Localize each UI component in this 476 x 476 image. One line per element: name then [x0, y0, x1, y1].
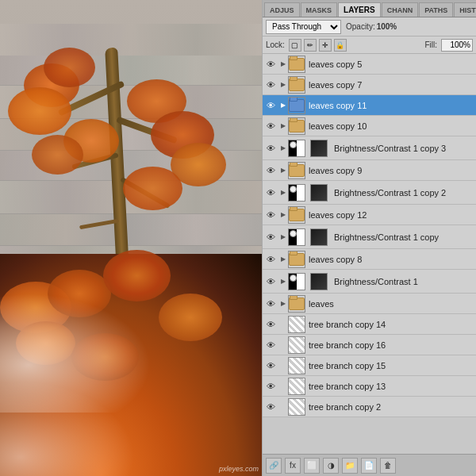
fog-2 — [0, 381, 135, 476]
tab-paths[interactable]: PATHS — [419, 2, 453, 17]
eye-icon[interactable]: 👁 — [264, 186, 277, 199]
layer-row[interactable]: 👁 ▶ Brightness/Contrast 1 — [263, 270, 476, 294]
layer-mask-thumbnail — [310, 273, 328, 290]
leaf-cluster-9 — [123, 167, 182, 210]
adjustment-layer-btn[interactable]: ◑ — [323, 458, 339, 474]
layer-row[interactable]: 👁 ▶ leaves copy 5 — [263, 54, 476, 75]
expand-arrow[interactable]: ▶ — [278, 209, 288, 221]
link-layers-btn[interactable]: 🔗 — [266, 458, 282, 474]
layer-mask-thumbnail — [310, 228, 328, 246]
layer-thumbnail-bc — [288, 228, 305, 246]
eye-icon[interactable]: 👁 — [264, 142, 277, 155]
expand-arrow[interactable]: ▶ — [278, 298, 288, 310]
expand-arrow[interactable]: ▶ — [278, 58, 288, 71]
expand-arrow-spacer: ▶ — [278, 380, 288, 393]
lock-row: Lock: ▢ ✏ ✛ 🔒 Fill: — [263, 36, 476, 54]
layers-panel: ADJUS MASKS LAYERS CHANN PATHS HISTOR Pa… — [262, 0, 476, 476]
layer-name: leaves — [309, 299, 474, 309]
eye-icon[interactable]: 👁 — [264, 99, 277, 112]
eye-icon[interactable]: 👁 — [264, 339, 277, 351]
watermark: pxleyes.com — [219, 465, 259, 473]
layer-thumbnail — [288, 76, 305, 94]
expand-arrow-spacer: ▶ — [278, 359, 288, 372]
eye-icon[interactable]: 👁 — [264, 275, 277, 288]
layer-name: leaves copy 9 — [309, 166, 474, 175]
tab-adjus[interactable]: ADJUS — [264, 2, 300, 17]
canvas-area: pxleyes.com — [0, 0, 262, 476]
tab-layers[interactable]: LAYERS — [338, 2, 381, 17]
eye-icon[interactable]: 👁 — [264, 318, 277, 331]
layer-row[interactable]: 👁 ▶ tree branch copy 16 — [263, 335, 476, 355]
layer-thumbnail — [288, 206, 305, 224]
eye-icon[interactable]: 👁 — [264, 209, 277, 221]
expand-arrow[interactable]: ▶ — [278, 231, 288, 244]
delete-layer-btn[interactable]: 🗑 — [380, 458, 396, 474]
expand-arrow[interactable]: ▶ — [278, 164, 288, 177]
expand-arrow[interactable]: ▶ — [278, 120, 288, 132]
expand-arrow[interactable]: ▶ — [278, 142, 288, 155]
layer-name: tree branch copy 13 — [309, 382, 474, 391]
layer-row[interactable]: 👁 ▶ tree branch copy 14 — [263, 314, 476, 335]
eye-icon[interactable]: 👁 — [264, 231, 277, 244]
expand-arrow[interactable]: ▶ — [278, 186, 288, 199]
layer-row[interactable]: 👁 ▶ leaves copy 9 — [263, 160, 476, 181]
lock-pixels-btn[interactable]: ✏ — [304, 39, 317, 52]
layer-row[interactable]: 👁 ▶ tree branch copy 2 — [263, 397, 476, 417]
layer-row[interactable]: 👁 ▶ Brightness/Contrast 1 copy — [263, 225, 476, 249]
eye-icon[interactable]: 👁 — [264, 298, 277, 310]
opacity-label: Opacity: — [346, 22, 375, 31]
layer-thumbnail — [288, 117, 305, 135]
layer-name: leaves copy 12 — [309, 210, 474, 220]
eye-icon[interactable]: 👁 — [264, 120, 277, 132]
eye-icon[interactable]: 👁 — [264, 58, 277, 71]
leaf-cluster-7 — [32, 135, 83, 175]
layer-row[interactable]: 👁 ▶ Brightness/Contrast 1 copy 2 — [263, 181, 476, 205]
layer-thumbnail — [288, 398, 305, 416]
expand-arrow[interactable]: ▶ — [278, 253, 288, 266]
eye-icon[interactable]: 👁 — [264, 79, 277, 91]
new-layer-btn[interactable]: 📄 — [361, 458, 377, 474]
layer-row-selected[interactable]: 👁 ▶ leaves copy 11 — [263, 95, 476, 116]
eye-icon[interactable]: 👁 — [264, 380, 277, 393]
layer-row[interactable]: 👁 ▶ leaves copy 12 — [263, 205, 476, 225]
layer-row[interactable]: 👁 ▶ leaves copy 8 — [263, 249, 476, 270]
fx-btn[interactable]: fx — [285, 458, 301, 474]
expand-arrow-spacer: ▶ — [278, 339, 288, 351]
add-mask-btn[interactable]: ⬜ — [304, 458, 320, 474]
blend-mode-select[interactable]: Pass Through Normal Multiply Screen Over… — [266, 20, 341, 34]
main-container: pxleyes.com ADJUS MASKS LAYERS CHANN PAT… — [0, 0, 476, 476]
layer-thumbnail-bc — [288, 184, 305, 202]
leaf-cluster-3 — [8, 87, 71, 135]
layer-row[interactable]: 👁 ▶ Brightness/Contrast 1 copy 3 — [263, 136, 476, 160]
layer-row[interactable]: 👁 ▶ leaves copy 7 — [263, 75, 476, 95]
layer-name: tree branch copy 16 — [309, 340, 474, 350]
layer-row[interactable]: 👁 ▶ leaves copy 10 — [263, 116, 476, 136]
tab-masks[interactable]: MASKS — [301, 2, 338, 17]
eye-icon[interactable]: 👁 — [264, 401, 277, 413]
expand-arrow[interactable]: ▶ — [278, 99, 288, 112]
layer-thumbnail-bc — [288, 273, 305, 290]
layer-row[interactable]: 👁 ▶ tree branch copy 13 — [263, 376, 476, 397]
layer-name: leaves copy 11 — [309, 101, 474, 110]
fill-value-input[interactable] — [441, 39, 473, 52]
eye-icon[interactable]: 👁 — [264, 253, 277, 266]
lock-position-btn[interactable]: ✛ — [319, 39, 332, 52]
layer-name: Brightness/Contrast 1 copy 3 — [334, 144, 474, 153]
lock-all-btn[interactable]: 🔒 — [334, 39, 347, 52]
eye-icon[interactable]: 👁 — [264, 359, 277, 372]
tab-channels[interactable]: CHANN — [382, 2, 419, 17]
lock-label: Lock: — [266, 40, 285, 49]
lock-transparency-btn[interactable]: ▢ — [289, 39, 301, 52]
expand-arrow[interactable]: ▶ — [278, 79, 288, 91]
expand-arrow[interactable]: ▶ — [278, 275, 288, 288]
layer-name: tree branch copy 14 — [309, 320, 474, 329]
eye-icon[interactable]: 👁 — [264, 164, 277, 177]
new-group-btn[interactable]: 📁 — [342, 458, 358, 474]
layer-name: Brightness/Contrast 1 copy — [334, 232, 474, 242]
tab-history[interactable]: HISTOR — [454, 2, 476, 17]
layer-row[interactable]: 👁 ▶ tree branch copy 15 — [263, 355, 476, 376]
layer-name: leaves copy 7 — [309, 80, 474, 90]
layer-row[interactable]: 👁 ▶ leaves — [263, 294, 476, 314]
layer-thumbnail-bc — [288, 140, 305, 157]
layer-thumbnail — [288, 295, 305, 313]
